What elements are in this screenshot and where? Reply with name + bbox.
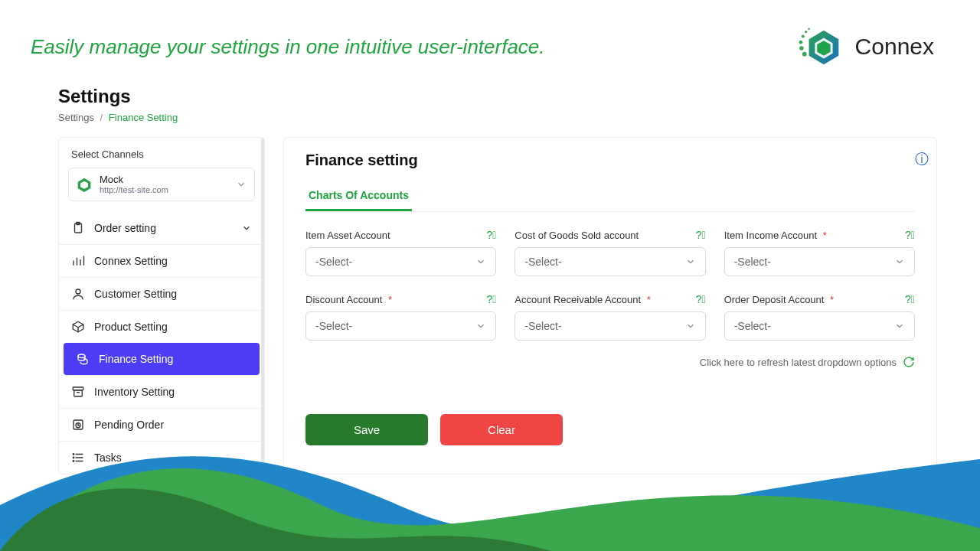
svg-point-1	[799, 41, 802, 44]
archive-icon	[71, 385, 85, 399]
connex-logo-icon	[77, 177, 92, 192]
sidebar-item-label: Finance Setting	[99, 353, 173, 365]
save-button[interactable]: Save	[305, 414, 428, 445]
svg-point-31	[73, 458, 74, 459]
svg-point-0	[801, 35, 804, 38]
sidebar-item-pending-order[interactable]: Pending Order	[59, 408, 264, 441]
select-0[interactable]: -Select-	[305, 247, 496, 276]
select-3[interactable]: -Select-	[305, 311, 496, 341]
coins-icon	[76, 352, 90, 366]
chevron-down-icon	[894, 256, 905, 267]
chevron-down-icon	[241, 223, 252, 233]
sidebar-item-label: Product Setting	[94, 321, 168, 333]
chevron-down-icon	[475, 256, 486, 267]
marketing-tagline: Easily manage your settings in one intui…	[31, 35, 545, 59]
field-label: Account Receivable Account *	[514, 294, 650, 305]
chevron-down-icon	[475, 321, 486, 331]
svg-line-26	[78, 425, 80, 426]
chevron-down-icon	[894, 321, 905, 331]
sidebar-item-label: Inventory Setting	[94, 386, 175, 398]
refresh-dropdown-link[interactable]: Click here to refresh latest dropdown op…	[700, 357, 897, 368]
channel-name: Mock	[100, 174, 228, 185]
svg-point-30	[73, 454, 74, 455]
brand-name: Connex	[855, 34, 934, 60]
svg-point-19	[78, 354, 85, 358]
select-value: -Select-	[315, 256, 352, 268]
select-value: -Select-	[524, 320, 561, 332]
select-2[interactable]: -Select-	[724, 247, 915, 276]
svg-rect-21	[74, 390, 83, 396]
channel-picker[interactable]: Mock http://test-site.com	[68, 168, 255, 201]
chevron-down-icon	[685, 321, 696, 331]
sidebar-heading: Select Channels	[59, 148, 264, 168]
sidebar-item-label: Pending Order	[94, 419, 164, 431]
sidebar-item-order-setting[interactable]: Order setting	[59, 212, 264, 244]
breadcrumb-root[interactable]: Settings	[58, 112, 94, 123]
required-asterisk: *	[823, 230, 827, 241]
field-label: Item Asset Account	[305, 230, 390, 241]
required-asterisk: *	[647, 294, 651, 305]
svg-point-3	[805, 31, 807, 33]
channel-url: http://test-site.com	[100, 185, 228, 194]
sidebar-item-tasks[interactable]: Tasks	[59, 441, 264, 474]
help-icon[interactable]: ?⃝	[486, 293, 496, 305]
sidebar-item-finance-setting[interactable]: Finance Setting	[64, 343, 260, 375]
sidebar: Select Channels Mock http://test-site.co…	[58, 137, 265, 474]
svg-point-4	[808, 28, 810, 30]
clear-button[interactable]: Clear	[440, 414, 563, 445]
sidebar-item-customer-setting[interactable]: Customer Setting	[59, 277, 264, 310]
field-order-deposit-account: Order Deposit Account *?⃝-Select-	[724, 293, 915, 341]
sidebar-item-connex-setting[interactable]: Connex Setting	[59, 244, 264, 277]
help-icon[interactable]: ?⃝	[905, 229, 915, 241]
clock-icon	[71, 418, 85, 432]
select-value: -Select-	[524, 256, 561, 268]
select-1[interactable]: -Select-	[514, 247, 705, 276]
panel-title: Finance setting	[305, 152, 915, 169]
field-label: Item Income Account *	[724, 230, 827, 241]
sidebar-item-label: Connex Setting	[94, 255, 168, 267]
brand: Connex	[799, 23, 934, 70]
refresh-icon[interactable]	[903, 356, 915, 368]
sidebar-item-label: Order setting	[94, 222, 156, 234]
required-asterisk: *	[388, 294, 392, 305]
sidebar-item-label: Tasks	[94, 452, 122, 464]
sidebar-item-inventory-setting[interactable]: Inventory Setting	[59, 375, 264, 408]
info-icon[interactable]: ⓘ	[915, 150, 929, 168]
select-4[interactable]: -Select-	[514, 311, 705, 341]
required-asterisk: *	[830, 294, 834, 305]
field-item-asset-account: Item Asset Account?⃝-Select-	[305, 229, 496, 276]
breadcrumb-current: Finance Setting	[109, 112, 178, 123]
clipboard-icon	[71, 221, 85, 235]
help-icon[interactable]: ?⃝	[696, 293, 706, 305]
user-icon	[71, 287, 85, 301]
help-icon[interactable]: ?⃝	[905, 293, 915, 305]
select-value: -Select-	[734, 320, 771, 332]
list-icon	[71, 451, 85, 465]
help-icon[interactable]: ?⃝	[696, 229, 706, 241]
svg-point-2	[799, 46, 803, 50]
box-icon	[71, 320, 85, 334]
chevron-down-icon	[236, 179, 247, 190]
breadcrumb: Settings / Finance Setting	[58, 112, 937, 123]
svg-point-17	[76, 289, 80, 294]
select-value: -Select-	[315, 320, 352, 332]
chevron-down-icon	[685, 256, 696, 267]
sidebar-item-label: Customer Setting	[94, 288, 177, 300]
field-label: Discount Account *	[305, 294, 392, 305]
connex-logo-icon	[799, 23, 846, 70]
field-cost-of-goods-sold-account: Cost of Goods Sold account?⃝-Select-	[514, 229, 705, 276]
help-icon[interactable]: ?⃝	[486, 229, 496, 241]
select-5[interactable]: -Select-	[724, 311, 915, 341]
svg-point-5	[802, 52, 806, 57]
field-discount-account: Discount Account *?⃝-Select-	[305, 293, 496, 341]
svg-point-32	[73, 461, 74, 462]
field-label: Cost of Goods Sold account	[514, 230, 639, 241]
tab-charts-of-accounts[interactable]: Charts Of Accounts	[305, 183, 412, 211]
sidebar-item-product-setting[interactable]: Product Setting	[59, 310, 264, 343]
field-item-income-account: Item Income Account *?⃝-Select-	[724, 229, 915, 276]
bars-icon	[71, 254, 85, 268]
select-value: -Select-	[734, 256, 771, 268]
page-title: Settings	[58, 86, 937, 107]
field-account-receivable-account: Account Receivable Account *?⃝-Select-	[514, 293, 705, 341]
finance-panel: Finance setting ⓘ Charts Of Accounts Ite…	[283, 137, 937, 474]
